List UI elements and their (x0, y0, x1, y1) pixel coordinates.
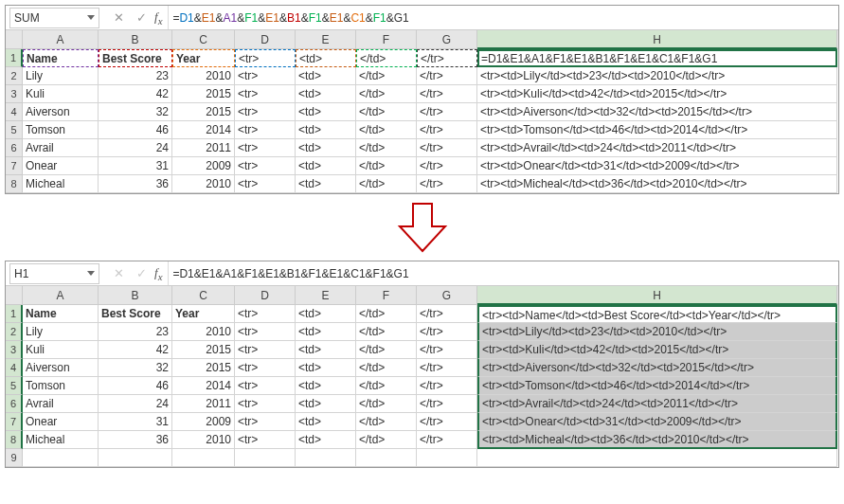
cell-A4[interactable]: Aiverson (23, 359, 99, 377)
cell-D3[interactable]: <tr> (235, 341, 296, 359)
cell-G5[interactable]: </tr> (417, 121, 477, 139)
fx-icon[interactable]: fx (154, 265, 162, 282)
cell-G3[interactable]: </tr> (417, 341, 477, 359)
col-header-E[interactable]: E (296, 286, 356, 305)
cell-F3[interactable]: </td> (356, 85, 417, 103)
cell-B1[interactable]: Best Score (99, 49, 172, 67)
cell-B7[interactable]: 31 (99, 413, 172, 431)
fx-icon[interactable]: fx (154, 9, 162, 27)
cell-B1[interactable]: Best Score (99, 305, 172, 323)
col-header-A[interactable]: A (23, 30, 99, 49)
cell-D4[interactable]: <tr> (235, 359, 296, 377)
cell-B2[interactable]: 23 (99, 323, 172, 341)
row-header[interactable]: 9 (6, 449, 23, 467)
cell-D2[interactable]: <tr> (235, 323, 296, 341)
formula-input[interactable]: =D1&E1&A1&F1&E1&B1&F1&E1&C1&F1&G1 (168, 6, 838, 29)
row-header[interactable]: 6 (6, 139, 23, 157)
row-header[interactable]: 7 (6, 157, 23, 175)
name-box[interactable]: SUM (9, 8, 99, 28)
cell-G1[interactable]: </tr> (417, 49, 477, 67)
cell-E7[interactable]: <td> (296, 413, 356, 431)
col-header-C[interactable]: C (172, 286, 235, 305)
cell-F6[interactable]: </td> (356, 395, 417, 413)
row-header[interactable]: 6 (6, 395, 23, 413)
row-header[interactable]: 1 (6, 305, 23, 323)
cell-D2[interactable]: <tr> (235, 67, 296, 85)
cell-G8[interactable]: </tr> (417, 431, 477, 449)
cell-B3[interactable]: 42 (99, 85, 172, 103)
cell-C6[interactable]: 2011 (172, 395, 235, 413)
cell-C3[interactable]: 2015 (172, 85, 235, 103)
cell-E4[interactable]: <td> (296, 103, 356, 121)
cell-C5[interactable]: 2014 (172, 377, 235, 395)
cell-G8[interactable]: </tr> (417, 175, 477, 193)
col-header-B[interactable]: B (99, 286, 172, 305)
cell-D5[interactable]: <tr> (235, 377, 296, 395)
cell-F5[interactable]: </td> (356, 377, 417, 395)
cell-G4[interactable]: </tr> (417, 103, 477, 121)
cell-A2[interactable]: Lily (23, 323, 99, 341)
col-header-G[interactable]: G (417, 30, 477, 49)
cell-A2[interactable]: Lily (23, 67, 99, 85)
cell-C7[interactable]: 2009 (172, 157, 235, 175)
cell-C3[interactable]: 2015 (172, 341, 235, 359)
cell-E3[interactable]: <td> (296, 85, 356, 103)
cell-E8[interactable]: <td> (296, 175, 356, 193)
cell-F7[interactable]: </td> (356, 157, 417, 175)
cell-E3[interactable]: <td> (296, 341, 356, 359)
cell-E6[interactable]: <td> (296, 139, 356, 157)
col-header-G[interactable]: G (417, 286, 477, 305)
cell-B8[interactable]: 36 (99, 431, 172, 449)
cell-C7[interactable]: 2009 (172, 413, 235, 431)
cell-D1[interactable]: <tr> (235, 49, 296, 67)
cell-D7[interactable]: <tr> (235, 413, 296, 431)
cell-D4[interactable]: <tr> (235, 103, 296, 121)
cell-E7[interactable]: <td> (296, 157, 356, 175)
cell-B2[interactable]: 23 (99, 67, 172, 85)
cell-C6[interactable]: 2011 (172, 139, 235, 157)
row-header[interactable]: 4 (6, 103, 23, 121)
row-header[interactable]: 7 (6, 413, 23, 431)
cell-D6[interactable]: <tr> (235, 139, 296, 157)
col-header-H[interactable]: H (477, 30, 837, 49)
cell-D9[interactable] (235, 449, 296, 467)
cell-H3[interactable]: <tr><td>Kuli</td><td>42</td><td>2015</td… (477, 341, 837, 359)
cell-H7[interactable]: <tr><td>Onear</td><td>31</td><td>2009</t… (477, 157, 837, 175)
cell-G6[interactable]: </tr> (417, 395, 477, 413)
cell-H8[interactable]: <tr><td>Micheal</td><td>36</td><td>2010<… (477, 431, 837, 449)
cancel-icon[interactable]: ✕ (107, 10, 130, 25)
cell-F4[interactable]: </td> (356, 103, 417, 121)
cell-D5[interactable]: <tr> (235, 121, 296, 139)
cell-A9[interactable] (23, 449, 99, 467)
cell-F5[interactable]: </td> (356, 121, 417, 139)
cell-E6[interactable]: <td> (296, 395, 356, 413)
enter-icon[interactable]: ✓ (130, 10, 153, 25)
name-box[interactable]: H1 (9, 263, 99, 284)
cell-B4[interactable]: 32 (99, 359, 172, 377)
formula-input[interactable]: =D1&E1&A1&F1&E1&B1&F1&E1&C1&F1&G1 (168, 261, 838, 285)
cell-C1[interactable]: Year (172, 305, 235, 323)
col-header-A[interactable]: A (23, 286, 99, 305)
cell-A7[interactable]: Onear (23, 413, 99, 431)
cell-H2[interactable]: <tr><td>Lily</td><td>23</td><td>2010</td… (477, 323, 837, 341)
cell-A5[interactable]: Tomson (23, 121, 99, 139)
cell-E4[interactable]: <td> (296, 359, 356, 377)
cell-C4[interactable]: 2015 (172, 359, 235, 377)
col-header-E[interactable]: E (296, 30, 356, 49)
cell-D1[interactable]: <tr> (235, 305, 296, 323)
row-header[interactable]: 1 (6, 49, 23, 67)
cell-G2[interactable]: </tr> (417, 67, 477, 85)
cell-B6[interactable]: 24 (99, 139, 172, 157)
col-header-D[interactable]: D (235, 30, 296, 49)
cell-C2[interactable]: 2010 (172, 67, 235, 85)
cell-G1[interactable]: </tr> (417, 305, 477, 323)
cell-A5[interactable]: Tomson (23, 377, 99, 395)
cell-G4[interactable]: </tr> (417, 359, 477, 377)
cell-F9[interactable] (356, 449, 417, 467)
cell-C8[interactable]: 2010 (172, 431, 235, 449)
cell-E5[interactable]: <td> (296, 121, 356, 139)
cell-C8[interactable]: 2010 (172, 175, 235, 193)
cell-A7[interactable]: Onear (23, 157, 99, 175)
cell-E1[interactable]: <td> (296, 305, 356, 323)
cell-H6[interactable]: <tr><td>Avrail</td><td>24</td><td>2011</… (477, 395, 837, 413)
